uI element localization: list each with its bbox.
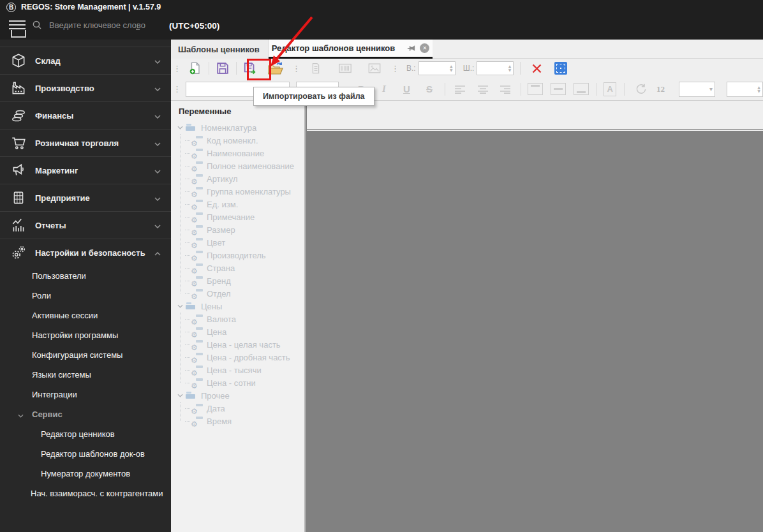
tree-item-label: Цена - тысячи (207, 366, 262, 375)
sidebar-item-production[interactable]: Производство (0, 74, 171, 101)
subitem-label: Редактор ценников (41, 429, 115, 439)
variables-panel: Переменные Номенклатура ⚙ Код номенкл. ⚙… (171, 101, 306, 532)
tree-item[interactable]: ⚙ Примечание (171, 211, 304, 223)
tree-item-label: Группа номенклатуры (207, 187, 291, 196)
tree-item-label: Бренд (207, 276, 231, 286)
tree-group-nomenclature[interactable]: Номенклатура (171, 121, 304, 134)
variables-tree: Номенклатура ⚙ Код номенкл. ⚙ Наименован… (171, 121, 304, 427)
variable-icon: ⚙ (191, 161, 203, 171)
tree-item[interactable]: ⚙ Наименование (171, 147, 304, 159)
tree-group-label: Прочее (201, 391, 230, 401)
angle-select: ▾ (679, 82, 715, 97)
tree-item[interactable]: ⚙ Ед. изм. (171, 198, 304, 211)
tree-item-label: Цена - сотни (207, 378, 256, 388)
tree-item[interactable]: ⚙ Цвет (171, 236, 304, 249)
tree-item[interactable]: ⚙ Группа номенклатуры (171, 185, 304, 198)
chevron-down-icon (177, 304, 183, 308)
subitem-label: Роли (32, 291, 51, 300)
tree-item[interactable]: ⚙ Код номенкл. (171, 134, 304, 147)
group-icon (186, 302, 196, 310)
tree-item-label: Цена - целая часть (207, 340, 281, 350)
sidebar-subitem-active-sessions[interactable]: Активные сессии (0, 306, 171, 325)
sidebar-subitem-system-configuration[interactable]: Конфигурация системы (0, 345, 171, 365)
app-title: REGOS: Store Management | v.1.57.9 (21, 3, 161, 11)
toolbar-drag-handle[interactable]: ⋮ (290, 64, 302, 73)
sidebar-item-enterprise[interactable]: Предприятие (0, 184, 171, 211)
tree-item[interactable]: ⚙ Время (171, 415, 304, 427)
new-template-button[interactable] (186, 60, 205, 77)
subitem-label: Сервис (32, 410, 63, 419)
align-center-button (474, 81, 492, 98)
tab-price-tag-templates[interactable]: Шаблоны ценников (171, 40, 269, 59)
tree-item[interactable]: ⚙ Цена - целая часть (171, 338, 304, 351)
clipped-menu-icon (11, 30, 26, 38)
tree-group-other[interactable]: Прочее (171, 389, 304, 402)
toolbar-drag-handle[interactable]: ⋮ (171, 64, 183, 73)
chevron-down-icon (18, 409, 24, 420)
sidebar-item-warehouse[interactable]: Склад (0, 47, 171, 74)
chevron-down-icon (154, 192, 161, 203)
sidebar-subitem-program-settings[interactable]: Настройки программы (0, 325, 171, 345)
tree-item[interactable]: ⚙ Цена (171, 325, 304, 338)
chevron-down-icon (154, 165, 161, 176)
toolbar-drag-handle[interactable]: ⋮ (389, 64, 401, 73)
sidebar-subitem-users[interactable]: Пользователи (0, 266, 171, 286)
chevron-down-icon (154, 137, 161, 149)
building-icon (9, 189, 28, 207)
clipped-menu-dash (136, 29, 140, 30)
tree-item[interactable]: ⚙ Артикул (171, 172, 304, 185)
sidebar-item-finance[interactable]: Финансы (0, 101, 171, 129)
tree-item[interactable]: ⚙ Цена - сотни (171, 376, 304, 389)
tree-item[interactable]: ⚙ Цена - дробная часть (171, 351, 304, 364)
sidebar-subitem-roles[interactable]: Роли (0, 286, 171, 306)
sidebar-subitem-price-tag-editor[interactable]: Редактор ценников (0, 424, 171, 444)
group-icon (186, 124, 196, 131)
variable-icon: ⚙ (191, 314, 203, 324)
hamburger-menu-icon[interactable] (9, 20, 26, 29)
rotate-button (632, 81, 650, 98)
sidebar-subitem-document-numerator[interactable]: Нумератор документов (0, 464, 171, 484)
subitem-label: Пользователи (32, 271, 86, 281)
sidebar-subitem-integrations[interactable]: Интеграции (0, 385, 171, 404)
toolbar-drag-handle[interactable]: ⋮ (171, 84, 183, 94)
tree-item[interactable]: ⚙ Размер (171, 223, 304, 236)
tree-item[interactable]: ⚙ Страна (171, 262, 304, 274)
tab-price-tag-template-editor[interactable]: Редактор шаблонов ценников ✕ (269, 40, 433, 59)
sidebar-item-retail[interactable]: Розничная торговля (0, 129, 171, 156)
height-input: ▲▼ (419, 61, 456, 75)
tree-item-label: Код номенкл. (207, 136, 258, 145)
subitem-label: Нумератор документов (41, 469, 130, 478)
chevron-down-icon (154, 219, 161, 231)
subitem-label: Активные сессии (32, 311, 98, 320)
save-button[interactable] (213, 60, 232, 77)
sidebar-subitem-doc-template-editor[interactable]: Редактор шаблонов док-ов (0, 444, 171, 464)
image-tool-button (365, 60, 384, 77)
tree-item[interactable]: ⚙ Дата (171, 402, 304, 415)
pin-icon[interactable] (406, 43, 416, 53)
tree-item[interactable]: ⚙ Отдел (171, 287, 304, 300)
variable-icon: ⚙ (191, 187, 203, 196)
tree-item[interactable]: ⚙ Валюта (171, 313, 304, 325)
tree-item[interactable]: ⚙ Цена - тысячи (171, 364, 304, 376)
tree-item[interactable]: ⚙ Полное наименование (171, 159, 304, 172)
grid-toggle-button[interactable] (551, 60, 570, 77)
tree-group-prices[interactable]: Цены (171, 300, 304, 313)
close-icon[interactable]: ✕ (420, 43, 429, 53)
delete-button[interactable] (527, 60, 546, 77)
tree-item-label: Ед. изм. (207, 200, 238, 209)
valign-bottom-button (574, 83, 589, 95)
sidebar-subitem-mutual-settlements[interactable]: Нач. взаиморасч. с контрагентами (0, 484, 171, 503)
megaphone-icon (9, 161, 28, 179)
sidebar-item-label: Настройки и безопасность (35, 248, 145, 258)
sidebar-item-settings-security[interactable]: Настройки и безопасность (0, 239, 171, 266)
tree-item[interactable]: ⚙ Производитель (171, 249, 304, 262)
tree-item-label: Время (207, 417, 232, 426)
tree-item[interactable]: ⚙ Бренд (171, 274, 304, 287)
design-canvas[interactable] (307, 130, 763, 532)
sidebar-item-label: Маркетинг (35, 166, 78, 175)
search-input[interactable] (48, 20, 166, 31)
sidebar-subitem-system-languages[interactable]: Языки системы (0, 365, 171, 385)
sidebar-subitem-service[interactable]: Сервис (0, 404, 171, 424)
sidebar-item-marketing[interactable]: Маркетинг (0, 156, 171, 184)
sidebar-item-reports[interactable]: Отчеты (0, 211, 171, 239)
